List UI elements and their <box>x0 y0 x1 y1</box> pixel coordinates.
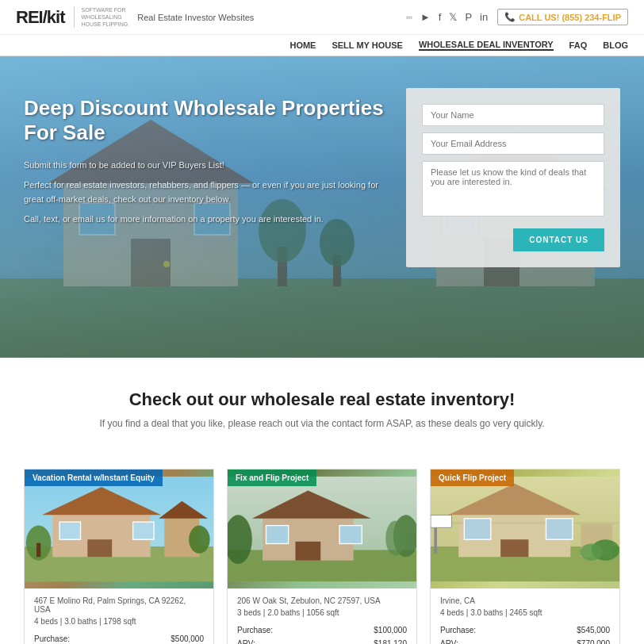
card-3-purchase-row: Purchase: $545,000 <box>440 623 610 637</box>
facebook-icon[interactable]: f <box>439 11 442 23</box>
card-3-details: Purchase: $545,000 ARV: $770,000 Rehab: … <box>440 623 610 644</box>
nav-blog[interactable]: BLOG <box>603 40 628 50</box>
logo-tagline-block: SOFTWARE FORWHOLESALINGHOUSE FLIPPING <box>74 6 128 28</box>
card-3-purchase-label: Purchase: <box>440 623 476 637</box>
nav-sell[interactable]: SELL MY HOUSE <box>332 40 402 50</box>
instagram-icon[interactable]: ⎓ <box>406 11 412 23</box>
card-3-specs: 4 beds | 3.0 baths | 2465 sqft <box>440 608 610 617</box>
card-1-illustration <box>25 470 213 588</box>
card-3-badge: Quick Flip Project <box>431 470 514 486</box>
top-bar: REI/kit SOFTWARE FORWHOLESALINGHOUSE FLI… <box>0 0 644 35</box>
card-2-body: 206 W Oak St, Zebulon, NC 27597, USA 3 b… <box>228 588 416 644</box>
svg-rect-44 <box>500 540 528 558</box>
card-2-address: 206 W Oak St, Zebulon, NC 27597, USA <box>237 596 407 605</box>
logo-text: REI/kit <box>16 7 64 27</box>
svg-point-38 <box>385 521 405 556</box>
logo-subtitle: Real Estate Investor Websites <box>137 13 254 22</box>
svg-rect-35 <box>339 526 362 544</box>
card-1-badge: Vacation Rental w/Instant Equity <box>25 470 163 486</box>
name-input[interactable] <box>422 104 604 126</box>
nav-wholesale[interactable]: WHOLESALE DEAL INVENTORY <box>419 40 554 51</box>
card-3-illustration <box>431 470 619 588</box>
card-3-image: Quick Flip Project <box>431 470 619 588</box>
card-3-arv-row: ARV: $770,000 <box>440 637 610 644</box>
hero-title: Deep Discount Wholesale Properties For S… <box>24 96 390 145</box>
hero-left: Deep Discount Wholesale Properties For S… <box>24 88 390 233</box>
top-right: ⎓ ► f 𝕏 P in 📞 CALL US! (855) 234-FLIP <box>406 9 628 25</box>
social-icons: ⎓ ► f 𝕏 P in <box>406 11 488 23</box>
email-input[interactable] <box>422 132 604 155</box>
inventory-subtitle: If you find a deal that you like, please… <box>24 418 620 429</box>
card-1-purchase-value: $500,000 <box>171 632 204 644</box>
property-card-1: Vacation Rental w/Instant Equity 467 E M… <box>24 469 214 644</box>
card-1-details: Purchase: $500,000 ARV: $741,000 Rehab: … <box>34 632 204 644</box>
card-1-purchase-label: Purchase: <box>34 632 70 644</box>
card-2-illustration <box>228 470 416 588</box>
card-1-specs: 4 beds | 3.0 baths | 1798 sqft <box>34 617 204 626</box>
contact-submit-button[interactable]: CONTACT US <box>513 228 604 251</box>
card-2-specs: 3 beds | 2.0 baths | 1056 sqft <box>237 608 407 617</box>
svg-rect-45 <box>464 519 490 539</box>
youtube-icon[interactable]: ► <box>420 11 431 23</box>
contact-form: CONTACT US <box>406 88 620 267</box>
card-2-badge: Fix and Flip Project <box>228 470 316 486</box>
inventory-title: Check out our wholesale real estate inve… <box>24 389 620 410</box>
logo-area: REI/kit SOFTWARE FORWHOLESALINGHOUSE FLI… <box>16 6 254 28</box>
card-3-purchase-value: $545,000 <box>577 623 610 637</box>
svg-point-28 <box>189 526 209 554</box>
card-3-body: Irvine, CA 4 beds | 3.0 baths | 2465 sqf… <box>431 588 619 644</box>
hero-desc-1: Submit this form to be added to our VIP … <box>24 159 390 173</box>
logo: REI/kit <box>16 7 64 28</box>
svg-point-51 <box>581 544 603 561</box>
svg-rect-27 <box>36 543 40 558</box>
card-2-purchase-label: Purchase: <box>237 623 273 637</box>
twitter-icon[interactable]: 𝕏 <box>449 11 457 23</box>
svg-rect-49 <box>431 516 451 528</box>
card-1-address: 467 E Molino Rd, Palm Springs, CA 92262,… <box>34 596 204 614</box>
card-2-arv-label: ARV: <box>237 637 255 644</box>
card-3-arv-label: ARV: <box>440 637 458 644</box>
card-1-body: 467 E Molino Rd, Palm Springs, CA 92262,… <box>25 588 213 644</box>
call-label: CALL US! (855) 234-FLIP <box>519 13 621 22</box>
card-2-purchase-value: $100,000 <box>374 623 407 637</box>
card-2-details: Purchase: $100,000 ARV: $181,120 Rehab: … <box>237 623 407 644</box>
property-cards: Vacation Rental w/Instant Equity 467 E M… <box>0 469 644 644</box>
svg-rect-21 <box>87 540 112 558</box>
svg-rect-23 <box>133 522 154 539</box>
card-1-image: Vacation Rental w/Instant Equity <box>25 470 213 588</box>
svg-rect-46 <box>546 519 572 539</box>
hero-desc-3: Call, text, or email us for more informa… <box>24 213 390 227</box>
inventory-section: Check out our wholesale real estate inve… <box>0 358 644 469</box>
nav-home[interactable]: HOME <box>289 40 316 50</box>
message-textarea[interactable] <box>422 161 604 217</box>
svg-rect-22 <box>59 522 80 539</box>
hero-content: Deep Discount Wholesale Properties For S… <box>0 56 644 358</box>
property-card-2: Fix and Flip Project 206 W Oak St, Zebul… <box>227 469 417 644</box>
pinterest-icon[interactable]: P <box>465 11 472 23</box>
card-2-purchase-row: Purchase: $100,000 <box>237 623 407 637</box>
svg-rect-33 <box>296 542 321 561</box>
hero-description: Submit this form to be added to our VIP … <box>24 159 390 227</box>
property-card-3: Quick Flip Project Irvine, CA 4 beds | 3… <box>430 469 620 644</box>
card-3-address: Irvine, CA <box>440 596 610 605</box>
card-1-purchase-row: Purchase: $500,000 <box>34 632 204 644</box>
svg-rect-42 <box>431 522 619 524</box>
card-3-arv-value: $770,000 <box>577 637 610 644</box>
nav-faq[interactable]: FAQ <box>569 40 588 50</box>
call-button[interactable]: 📞 CALL US! (855) 234-FLIP <box>497 9 628 25</box>
card-2-arv-value: $181,120 <box>374 637 407 644</box>
svg-rect-34 <box>266 526 288 544</box>
phone-icon: 📞 <box>504 12 516 22</box>
logo-tagline: SOFTWARE FORWHOLESALINGHOUSE FLIPPING <box>81 6 128 28</box>
nav-bar: HOME SELL MY HOUSE WHOLESALE DEAL INVENT… <box>0 35 644 56</box>
linkedin-icon[interactable]: in <box>480 11 488 23</box>
hero-desc-2: Perfect for real estate investors, rehab… <box>24 178 390 206</box>
card-2-image: Fix and Flip Project <box>228 470 416 588</box>
card-2-arv-row: ARV: $181,120 <box>237 637 407 644</box>
hero-section: Deep Discount Wholesale Properties For S… <box>0 56 644 358</box>
